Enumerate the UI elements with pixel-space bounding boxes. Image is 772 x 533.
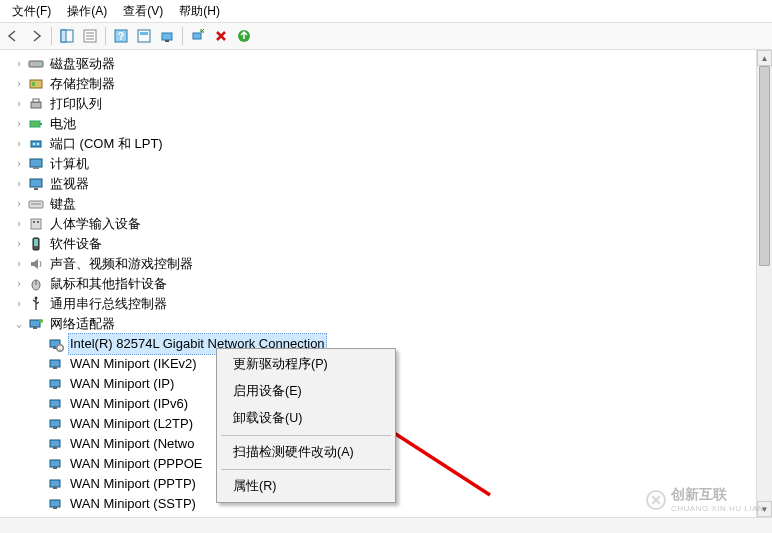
network-adapter-icon — [48, 436, 64, 452]
svg-rect-35 — [34, 239, 38, 246]
tree-label: WAN Miniport (PPTP) — [68, 474, 198, 494]
tree-label: 软件设备 — [48, 234, 104, 254]
tree-label: 端口 (COM 和 LPT) — [48, 134, 165, 154]
software-device-icon — [28, 236, 44, 252]
expander-icon[interactable]: › — [12, 234, 26, 254]
tree-label: 存储控制器 — [48, 74, 117, 94]
context-menu: 更新驱动程序(P) 启用设备(E) 卸载设备(U) 扫描检测硬件改动(A) 属性… — [216, 348, 396, 503]
monitor-icon — [28, 176, 44, 192]
tree-label: WAN Miniport (IKEv2) — [68, 354, 199, 374]
svg-rect-27 — [30, 179, 42, 187]
menu-scan-hardware[interactable]: 扫描检测硬件改动(A) — [219, 439, 393, 466]
tree-label: 网络适配器 — [48, 314, 117, 334]
back-button[interactable] — [2, 25, 24, 47]
action-button[interactable] — [133, 25, 155, 47]
svg-rect-16 — [30, 80, 42, 88]
tree-node-hid[interactable]: ›人体学输入设备 — [12, 214, 772, 234]
expander-icon[interactable]: › — [12, 134, 26, 154]
svg-rect-55 — [50, 440, 60, 447]
network-adapter-icon — [48, 416, 64, 432]
tree-label: 鼠标和其他指针设备 — [48, 274, 169, 294]
properties-button[interactable] — [79, 25, 101, 47]
network-adapter-icon — [48, 356, 64, 372]
tree-node-keyboards[interactable]: ›键盘 — [12, 194, 772, 214]
audio-icon — [28, 256, 44, 272]
tree-node-computer[interactable]: ›计算机 — [12, 154, 772, 174]
svg-text:↓: ↓ — [59, 345, 62, 351]
svg-rect-22 — [31, 141, 41, 147]
menu-uninstall-device[interactable]: 卸载设备(U) — [219, 405, 393, 432]
expander-icon[interactable]: › — [12, 214, 26, 234]
menu-view[interactable]: 查看(V) — [115, 1, 171, 22]
menu-file[interactable]: 文件(F) — [4, 1, 59, 22]
tree-node-print-queues[interactable]: ›打印队列 — [12, 94, 772, 114]
toolbar: ? — [0, 22, 772, 50]
expander-icon[interactable]: › — [12, 194, 26, 214]
svg-rect-54 — [53, 427, 57, 429]
tree-node-software-devices[interactable]: ›软件设备 — [12, 234, 772, 254]
menu-properties[interactable]: 属性(R) — [219, 473, 393, 500]
menu-enable-device[interactable]: 启用设备(E) — [219, 378, 393, 405]
tree-label: 监视器 — [48, 174, 91, 194]
network-adapter-icon — [48, 396, 64, 412]
svg-rect-53 — [50, 420, 60, 427]
svg-rect-10 — [162, 33, 172, 40]
help-button[interactable]: ? — [110, 25, 132, 47]
tree-node-audio[interactable]: ›声音、视频和游戏控制器 — [12, 254, 772, 274]
tree-label: WAN Miniport (IPv6) — [68, 394, 190, 414]
svg-rect-18 — [31, 102, 41, 108]
tree-node-ports[interactable]: ›端口 (COM 和 LPT) — [12, 134, 772, 154]
forward-button[interactable] — [25, 25, 47, 47]
delete-button[interactable] — [210, 25, 232, 47]
svg-rect-17 — [32, 82, 35, 86]
expander-icon[interactable]: › — [12, 174, 26, 194]
expander-icon[interactable]: › — [12, 274, 26, 294]
tree-label: 打印队列 — [48, 94, 104, 114]
tree-label: 声音、视频和游戏控制器 — [48, 254, 195, 274]
svg-point-38 — [35, 297, 38, 300]
tree-label: WAN Miniport (IP) — [68, 374, 176, 394]
svg-rect-9 — [140, 32, 148, 35]
scroll-down-button[interactable]: ▼ — [757, 501, 772, 517]
svg-rect-1 — [61, 30, 66, 42]
svg-rect-19 — [33, 99, 39, 102]
expander-icon[interactable]: ⌄ — [12, 314, 26, 334]
scroll-thumb[interactable] — [759, 66, 770, 266]
show-hide-tree-button[interactable] — [56, 25, 78, 47]
scan-button[interactable] — [187, 25, 209, 47]
tree-label: WAN Miniport (PPPOE — [68, 454, 204, 474]
expander-icon[interactable]: › — [12, 94, 26, 114]
svg-rect-39 — [30, 320, 40, 327]
computer-icon — [28, 156, 44, 172]
vertical-scrollbar[interactable]: ▲ ▼ — [756, 50, 772, 517]
tree-node-network-adapters[interactable]: ⌄网络适配器 — [12, 314, 772, 334]
tree-node-storage-controllers[interactable]: ›存储控制器 — [12, 74, 772, 94]
menu-help[interactable]: 帮助(H) — [171, 1, 228, 22]
expander-icon[interactable]: › — [12, 74, 26, 94]
tree-node-usb-controllers[interactable]: ›通用串行总线控制器 — [12, 294, 772, 314]
svg-rect-51 — [50, 400, 60, 407]
update-button[interactable] — [233, 25, 255, 47]
view-button[interactable] — [156, 25, 178, 47]
menu-action[interactable]: 操作(A) — [59, 1, 115, 22]
svg-rect-25 — [30, 159, 42, 167]
expander-icon[interactable]: › — [12, 154, 26, 174]
svg-rect-47 — [50, 360, 60, 367]
tree-node-batteries[interactable]: ›电池 — [12, 114, 772, 134]
expander-icon[interactable]: › — [12, 294, 26, 314]
menu-update-driver[interactable]: 更新驱动程序(P) — [219, 351, 393, 378]
svg-rect-59 — [50, 480, 60, 487]
tree-node-mice[interactable]: ›鼠标和其他指针设备 — [12, 274, 772, 294]
tree-label: WAN Miniport (Netwo — [68, 434, 196, 454]
tree-node-disk-drives[interactable]: ›磁盘驱动器 — [12, 54, 772, 74]
tree-label: 人体学输入设备 — [48, 214, 143, 234]
expander-icon[interactable]: › — [12, 54, 26, 74]
tree-label: 电池 — [48, 114, 78, 134]
svg-point-15 — [39, 63, 41, 65]
svg-rect-32 — [33, 221, 35, 223]
scroll-up-button[interactable]: ▲ — [757, 50, 772, 66]
expander-icon[interactable]: › — [12, 114, 26, 134]
statusbar — [0, 517, 772, 533]
tree-node-monitors[interactable]: ›监视器 — [12, 174, 772, 194]
expander-icon[interactable]: › — [12, 254, 26, 274]
